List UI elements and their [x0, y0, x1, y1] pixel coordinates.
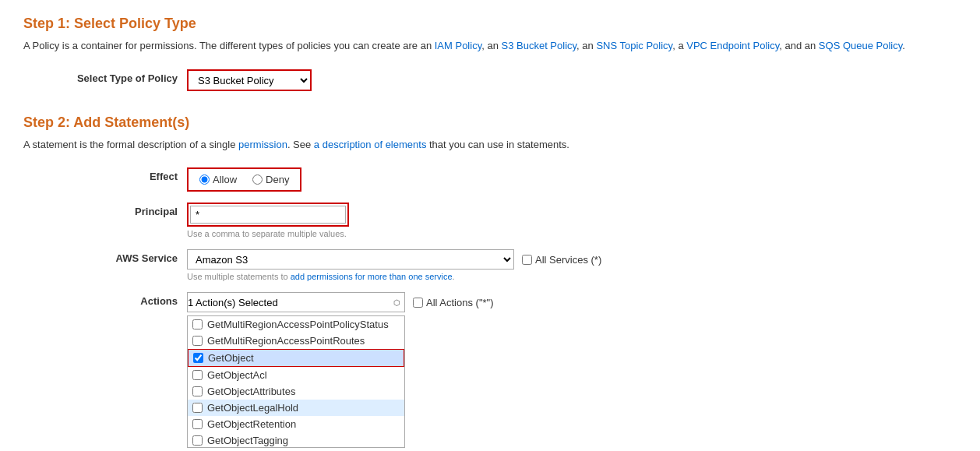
- actions-top: 1 Action(s) Selected ⬡ All Actions ("*"): [187, 292, 732, 312]
- item-label-4: GetObjectAttributes: [207, 386, 295, 397]
- deny-radio[interactable]: [252, 174, 263, 185]
- effect-row: Effect Allow Deny: [23, 167, 957, 192]
- item-label-3: GetObjectAcl: [207, 369, 267, 381]
- dropdown-item-1[interactable]: GetMultiRegionAccessPointRoutes: [188, 333, 404, 349]
- item-label-5: GetObjectLegalHold: [207, 402, 298, 414]
- deny-label: Deny: [266, 174, 289, 185]
- allow-radio-label[interactable]: Allow: [199, 174, 237, 185]
- aws-service-content: Amazon S3 All Services (*) Use multiple …: [187, 249, 732, 281]
- sqs-queue-policy-link[interactable]: SQS Queue Policy: [819, 40, 902, 51]
- actions-container: 1 Action(s) Selected ⬡ All Actions ("*")…: [187, 292, 732, 448]
- principal-content: Use a comma to separate multiple values.: [187, 203, 732, 238]
- checkbox-1[interactable]: [192, 336, 203, 346]
- step1-title: Step 1: Select Policy Type: [23, 16, 957, 32]
- actions-content: 1 Action(s) Selected ⬡ All Actions ("*")…: [187, 292, 732, 448]
- service-row: Amazon S3 All Services (*): [187, 249, 732, 270]
- elements-desc-link[interactable]: a description of elements: [314, 139, 427, 150]
- service-hint: Use multiple statements to add permissio…: [187, 272, 732, 281]
- checkbox-5[interactable]: [192, 403, 203, 413]
- actions-label: Actions: [23, 292, 187, 307]
- item-label-2: GetObject: [208, 352, 254, 364]
- s3-bucket-policy-link[interactable]: S3 Bucket Policy: [501, 40, 576, 51]
- actions-select-wrapper: 1 Action(s) Selected ⬡: [187, 292, 405, 312]
- allow-label: Allow: [213, 174, 237, 185]
- step2-description: A statement is the formal description of…: [23, 137, 957, 153]
- policy-type-select[interactable]: S3 Bucket Policy IAM Policy SNS Topic Po…: [187, 69, 312, 91]
- item-label-1: GetMultiRegionAccessPointRoutes: [207, 335, 365, 347]
- principal-row: Principal Use a comma to separate multip…: [23, 203, 957, 238]
- principal-input[interactable]: [190, 206, 346, 224]
- dropdown-item-5[interactable]: GetObjectLegalHold: [188, 400, 404, 416]
- all-actions-checkbox[interactable]: [413, 298, 423, 308]
- principal-label: Principal: [23, 203, 187, 217]
- dropdown-item-7[interactable]: GetObjectTagging: [188, 432, 404, 448]
- effect-label: Effect: [23, 167, 187, 182]
- dropdown-item-0[interactable]: GetMultiRegionAccessPointPolicyStatus: [188, 316, 404, 333]
- dropdown-item-3[interactable]: GetObjectAcl: [188, 367, 404, 383]
- effect-box: Allow Deny: [187, 167, 301, 192]
- actions-dropdown-list[interactable]: GetMultiRegionAccessPointPolicyStatus Ge…: [187, 315, 405, 448]
- checkbox-7[interactable]: [192, 435, 203, 446]
- item-label-0: GetMultiRegionAccessPointPolicyStatus: [207, 319, 389, 330]
- deny-radio-label[interactable]: Deny: [252, 174, 289, 185]
- item-label-7: GetObjectTagging: [207, 435, 288, 446]
- allow-radio[interactable]: [199, 174, 210, 185]
- select-policy-row: Select Type of Policy S3 Bucket Policy I…: [23, 69, 957, 91]
- principal-box: [187, 203, 349, 227]
- all-actions-text: All Actions ("*"): [426, 297, 494, 308]
- checkbox-6[interactable]: [192, 419, 203, 429]
- principal-hint: Use a comma to separate multiple values.: [187, 229, 732, 238]
- effect-content: Allow Deny: [187, 167, 732, 192]
- all-actions-label[interactable]: All Actions ("*"): [413, 297, 494, 308]
- sns-topic-policy-link[interactable]: SNS Topic Policy: [596, 40, 672, 51]
- checkbox-4[interactable]: [192, 386, 203, 396]
- dropdown-item-4[interactable]: GetObjectAttributes: [188, 383, 404, 400]
- all-services-label[interactable]: All Services (*): [522, 254, 601, 266]
- checkbox-0[interactable]: [192, 319, 203, 329]
- all-services-text: All Services (*): [535, 254, 601, 266]
- permission-link[interactable]: permission: [238, 139, 287, 150]
- step2-title: Step 2: Add Statement(s): [23, 115, 957, 131]
- dropdown-item-6[interactable]: GetObjectRetention: [188, 416, 404, 432]
- select-policy-content: S3 Bucket Policy IAM Policy SNS Topic Po…: [187, 69, 732, 91]
- actions-select[interactable]: 1 Action(s) Selected: [187, 292, 405, 312]
- dropdown-item-2[interactable]: GetObject: [188, 349, 404, 367]
- vpc-endpoint-policy-link[interactable]: VPC Endpoint Policy: [686, 40, 779, 51]
- step2-section: Step 2: Add Statement(s) A statement is …: [23, 115, 957, 452]
- step1-section: Step 1: Select Policy Type A Policy is a…: [23, 16, 957, 91]
- checkbox-3[interactable]: [192, 370, 203, 380]
- iam-policy-link[interactable]: IAM Policy: [435, 40, 481, 51]
- checkbox-2[interactable]: [193, 353, 203, 363]
- aws-service-select[interactable]: Amazon S3: [187, 249, 514, 270]
- step1-description: A Policy is a container for permissions.…: [23, 38, 957, 54]
- aws-service-row: AWS Service Amazon S3 All Services (*) U…: [23, 249, 957, 281]
- actions-row: Actions 1 Action(s) Selected ⬡ All Actio…: [23, 292, 957, 448]
- select-policy-label: Select Type of Policy: [23, 69, 187, 84]
- add-permissions-link[interactable]: add permissions for more than one servic…: [291, 272, 453, 281]
- aws-service-label: AWS Service: [23, 249, 187, 264]
- item-label-6: GetObjectRetention: [207, 418, 296, 430]
- all-services-checkbox[interactable]: [522, 255, 532, 265]
